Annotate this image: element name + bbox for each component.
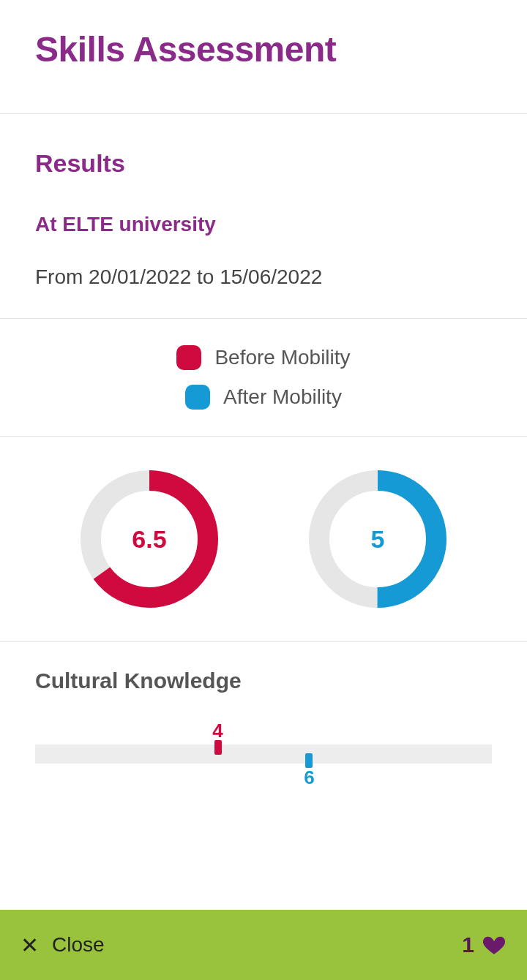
skill-value-before: 4 [212,720,223,742]
donut-after: 5 [304,466,451,612]
legend-section: Before Mobility After Mobility [0,318,527,436]
page-title: Skills Assessment [35,29,492,69]
legend: Before Mobility After Mobility [35,345,492,410]
skill-bars-section: Cultural Knowledge 4 6 [0,641,527,834]
donut-before: 6.5 [76,466,223,612]
skill-bar-track: 4 6 [35,745,492,764]
legend-label-after: After Mobility [223,385,342,409]
skill-marker-after [305,753,313,768]
skill-heading: Cultural Knowledge [35,668,492,693]
page-root: Skills Assessment Results At ELTE univer… [0,0,527,980]
legend-swatch-before [176,345,201,370]
likes-group[interactable]: 1 [462,932,507,957]
legend-label-before: Before Mobility [214,346,350,369]
results-date-range: From 20/01/2022 to 15/06/2022 [35,265,492,289]
skill-bar-wrap: 4 6 [35,720,492,807]
donut-after-value: 5 [304,466,451,612]
donut-before-value: 6.5 [76,466,223,612]
footer-bar: ✕ Close 1 [0,910,527,980]
legend-row-after: After Mobility [185,385,342,410]
close-button[interactable]: ✕ Close [20,932,105,958]
legend-swatch-after [185,385,210,410]
donut-charts: 6.5 5 [35,466,492,612]
likes-count: 1 [462,932,474,957]
skill-value-after: 6 [304,766,314,789]
skill-marker-before [214,740,222,755]
page-header: Skills Assessment [0,0,527,113]
results-location: At ELTE university [35,213,492,236]
heart-icon [482,932,507,957]
close-icon: ✕ [20,932,39,958]
donut-charts-section: 6.5 5 [0,436,527,641]
results-section: Results At ELTE university From 20/01/20… [0,113,527,318]
legend-row-before: Before Mobility [176,345,350,370]
close-button-label: Close [52,933,105,957]
results-heading: Results [35,149,492,178]
